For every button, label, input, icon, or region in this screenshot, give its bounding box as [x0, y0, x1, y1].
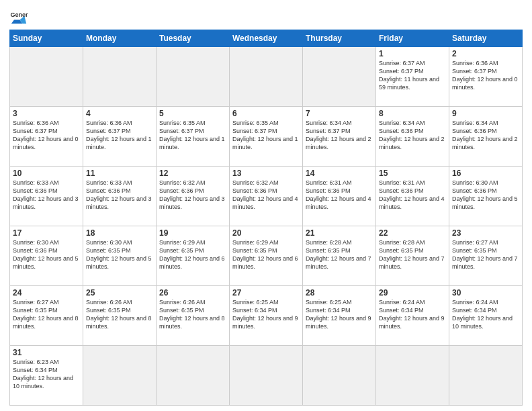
calendar-cell — [157, 346, 230, 406]
day-number: 2 — [452, 49, 519, 58]
day-number: 27 — [232, 288, 300, 298]
calendar-cell: 13Sunrise: 6:32 AMSunset: 6:36 PMDayligh… — [230, 167, 303, 226]
day-number: 21 — [306, 228, 373, 238]
calendar-cell — [10, 47, 83, 107]
logo: General — [9, 7, 31, 26]
col-header-friday: Friday — [376, 30, 449, 47]
day-info: Sunrise: 6:35 AMSunset: 6:37 PMDaylight:… — [159, 119, 226, 152]
logo-icon: General — [9, 7, 28, 26]
day-number: 15 — [379, 169, 446, 178]
day-info: Sunrise: 6:31 AMSunset: 6:36 PMDaylight:… — [306, 179, 373, 212]
day-number: 23 — [452, 228, 519, 238]
svg-text:General: General — [10, 11, 28, 18]
col-header-thursday: Thursday — [303, 30, 376, 47]
calendar-cell: 29Sunrise: 6:24 AMSunset: 6:34 PMDayligh… — [376, 286, 449, 346]
day-number: 25 — [86, 288, 153, 298]
calendar-cell: 3Sunrise: 6:36 AMSunset: 6:37 PMDaylight… — [10, 107, 83, 167]
day-info: Sunrise: 6:30 AMSunset: 6:35 PMDaylight:… — [86, 238, 153, 271]
calendar-week-1: 3Sunrise: 6:36 AMSunset: 6:37 PMDaylight… — [10, 107, 523, 167]
calendar-cell: 26Sunrise: 6:26 AMSunset: 6:35 PMDayligh… — [157, 286, 230, 346]
day-number: 30 — [452, 288, 519, 298]
day-info: Sunrise: 6:35 AMSunset: 6:37 PMDaylight:… — [232, 119, 300, 152]
calendar-cell — [449, 346, 523, 406]
calendar-cell: 22Sunrise: 6:28 AMSunset: 6:35 PMDayligh… — [376, 226, 449, 286]
calendar-cell: 31Sunrise: 6:23 AMSunset: 6:34 PMDayligh… — [10, 346, 83, 406]
day-info: Sunrise: 6:29 AMSunset: 6:35 PMDaylight:… — [232, 238, 300, 271]
day-number: 18 — [86, 228, 153, 238]
day-number: 16 — [452, 169, 519, 178]
calendar-page: General SundayMondayTuesdayWednesdayThur… — [0, 0, 532, 411]
col-header-tuesday: Tuesday — [157, 30, 230, 47]
day-number: 14 — [306, 169, 373, 178]
calendar-cell — [376, 346, 449, 406]
header: General — [9, 7, 523, 26]
day-number: 28 — [306, 288, 373, 298]
day-number: 22 — [379, 228, 446, 238]
calendar-cell — [303, 47, 376, 107]
day-info: Sunrise: 6:23 AMSunset: 6:34 PMDaylight:… — [13, 358, 80, 391]
day-info: Sunrise: 6:36 AMSunset: 6:37 PMDaylight:… — [13, 119, 80, 152]
calendar-cell: 27Sunrise: 6:25 AMSunset: 6:34 PMDayligh… — [230, 286, 303, 346]
calendar-cell: 9Sunrise: 6:34 AMSunset: 6:36 PMDaylight… — [449, 107, 523, 167]
day-info: Sunrise: 6:34 AMSunset: 6:37 PMDaylight:… — [306, 119, 373, 152]
day-info: Sunrise: 6:33 AMSunset: 6:36 PMDaylight:… — [13, 179, 80, 212]
day-number: 19 — [159, 228, 226, 238]
calendar-week-4: 24Sunrise: 6:27 AMSunset: 6:35 PMDayligh… — [10, 286, 523, 346]
day-number: 12 — [159, 169, 226, 178]
calendar-cell: 14Sunrise: 6:31 AMSunset: 6:36 PMDayligh… — [303, 167, 376, 226]
calendar-cell — [83, 346, 157, 406]
day-info: Sunrise: 6:28 AMSunset: 6:35 PMDaylight:… — [306, 238, 373, 271]
day-info: Sunrise: 6:34 AMSunset: 6:36 PMDaylight:… — [452, 119, 519, 152]
day-number: 31 — [13, 348, 80, 357]
calendar-table: SundayMondayTuesdayWednesdayThursdayFrid… — [9, 30, 523, 406]
calendar-cell: 7Sunrise: 6:34 AMSunset: 6:37 PMDaylight… — [303, 107, 376, 167]
day-number: 29 — [379, 288, 446, 298]
day-info: Sunrise: 6:31 AMSunset: 6:36 PMDaylight:… — [379, 179, 446, 212]
day-number: 10 — [13, 169, 80, 178]
calendar-cell: 18Sunrise: 6:30 AMSunset: 6:35 PMDayligh… — [83, 226, 157, 286]
calendar-cell: 1Sunrise: 6:37 AMSunset: 6:37 PMDaylight… — [376, 47, 449, 107]
day-info: Sunrise: 6:37 AMSunset: 6:37 PMDaylight:… — [379, 59, 446, 92]
day-number: 3 — [13, 109, 80, 118]
day-number: 9 — [452, 109, 519, 118]
day-number: 5 — [159, 109, 226, 118]
calendar-header-row: SundayMondayTuesdayWednesdayThursdayFrid… — [10, 30, 523, 47]
day-info: Sunrise: 6:27 AMSunset: 6:35 PMDaylight:… — [452, 238, 519, 271]
calendar-cell — [230, 346, 303, 406]
calendar-cell: 25Sunrise: 6:26 AMSunset: 6:35 PMDayligh… — [83, 286, 157, 346]
col-header-sunday: Sunday — [10, 30, 83, 47]
calendar-cell: 10Sunrise: 6:33 AMSunset: 6:36 PMDayligh… — [10, 167, 83, 226]
calendar-cell — [83, 47, 157, 107]
day-info: Sunrise: 6:30 AMSunset: 6:36 PMDaylight:… — [452, 179, 519, 212]
day-info: Sunrise: 6:34 AMSunset: 6:36 PMDaylight:… — [379, 119, 446, 152]
day-info: Sunrise: 6:25 AMSunset: 6:34 PMDaylight:… — [232, 298, 300, 331]
day-info: Sunrise: 6:32 AMSunset: 6:36 PMDaylight:… — [159, 179, 226, 212]
day-info: Sunrise: 6:26 AMSunset: 6:35 PMDaylight:… — [86, 298, 153, 331]
day-info: Sunrise: 6:24 AMSunset: 6:34 PMDaylight:… — [379, 298, 446, 331]
day-info: Sunrise: 6:30 AMSunset: 6:36 PMDaylight:… — [13, 238, 80, 271]
calendar-cell — [157, 47, 230, 107]
calendar-cell: 12Sunrise: 6:32 AMSunset: 6:36 PMDayligh… — [157, 167, 230, 226]
calendar-cell: 17Sunrise: 6:30 AMSunset: 6:36 PMDayligh… — [10, 226, 83, 286]
day-info: Sunrise: 6:36 AMSunset: 6:37 PMDaylight:… — [452, 59, 519, 92]
calendar-cell — [230, 47, 303, 107]
col-header-wednesday: Wednesday — [230, 30, 303, 47]
day-number: 6 — [232, 109, 300, 118]
day-info: Sunrise: 6:26 AMSunset: 6:35 PMDaylight:… — [159, 298, 226, 331]
calendar-cell — [303, 346, 376, 406]
day-info: Sunrise: 6:33 AMSunset: 6:36 PMDaylight:… — [86, 179, 153, 212]
calendar-week-0: 1Sunrise: 6:37 AMSunset: 6:37 PMDaylight… — [10, 47, 523, 107]
calendar-cell: 19Sunrise: 6:29 AMSunset: 6:35 PMDayligh… — [157, 226, 230, 286]
day-number: 4 — [86, 109, 153, 118]
calendar-cell: 2Sunrise: 6:36 AMSunset: 6:37 PMDaylight… — [449, 47, 523, 107]
day-number: 13 — [232, 169, 300, 178]
calendar-cell: 20Sunrise: 6:29 AMSunset: 6:35 PMDayligh… — [230, 226, 303, 286]
day-info: Sunrise: 6:36 AMSunset: 6:37 PMDaylight:… — [86, 119, 153, 152]
day-info: Sunrise: 6:29 AMSunset: 6:35 PMDaylight:… — [159, 238, 226, 271]
calendar-cell: 5Sunrise: 6:35 AMSunset: 6:37 PMDaylight… — [157, 107, 230, 167]
calendar-cell: 28Sunrise: 6:25 AMSunset: 6:34 PMDayligh… — [303, 286, 376, 346]
day-info: Sunrise: 6:32 AMSunset: 6:36 PMDaylight:… — [232, 179, 300, 212]
calendar-cell: 24Sunrise: 6:27 AMSunset: 6:35 PMDayligh… — [10, 286, 83, 346]
day-number: 8 — [379, 109, 446, 118]
day-number: 17 — [13, 228, 80, 238]
